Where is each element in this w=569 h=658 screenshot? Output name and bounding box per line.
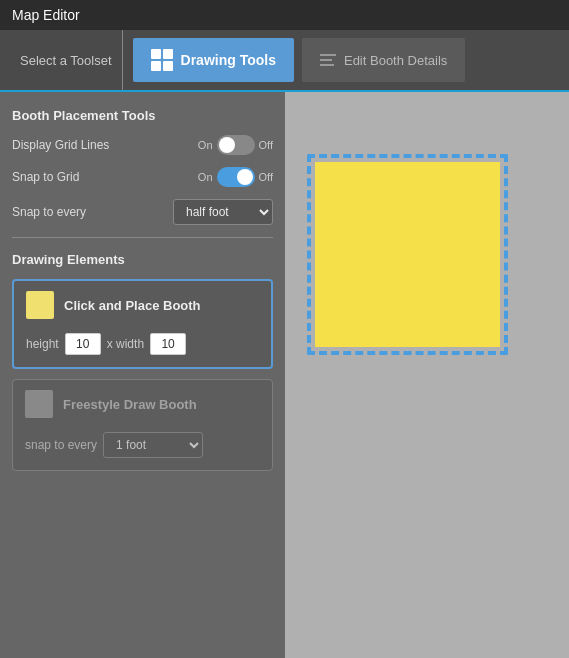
freestyle-draw-controls: snap to every 1 foot half foot quarter f… bbox=[13, 428, 272, 470]
grid-off-text: Off bbox=[259, 139, 273, 151]
click-and-place-preview bbox=[26, 291, 54, 319]
click-and-place-header: Click and Place Booth bbox=[14, 281, 271, 329]
app-title: Map Editor bbox=[12, 7, 80, 23]
snap-to-every-label: Snap to every bbox=[12, 205, 165, 219]
main-area: Booth Placement Tools Display Grid Lines… bbox=[0, 92, 569, 658]
drawing-elements-title: Drawing Elements bbox=[12, 252, 273, 267]
snap-off-text: Off bbox=[259, 171, 273, 183]
grid-icon bbox=[151, 49, 173, 71]
display-grid-lines-label: Display Grid Lines bbox=[12, 138, 190, 152]
sidebar: Booth Placement Tools Display Grid Lines… bbox=[0, 92, 285, 658]
click-and-place-controls: height x width bbox=[14, 329, 271, 367]
snap-to-every-select[interactable]: 1 foot half foot quarter foot bbox=[173, 199, 273, 225]
toggle-knob-snap bbox=[237, 169, 253, 185]
freestyle-draw-card[interactable]: Freestyle Draw Booth snap to every 1 foo… bbox=[12, 379, 273, 471]
display-grid-lines-row: Display Grid Lines On Off bbox=[12, 135, 273, 155]
title-bar: Map Editor bbox=[0, 0, 569, 30]
snap-to-grid-toggle[interactable] bbox=[217, 167, 255, 187]
edit-booth-button[interactable]: Edit Booth Details bbox=[302, 38, 465, 82]
section-divider bbox=[12, 237, 273, 238]
booth-inner bbox=[315, 162, 500, 347]
height-label: height bbox=[26, 337, 59, 351]
width-x-label: x width bbox=[107, 337, 144, 351]
toolbar: Select a Toolset Drawing Tools Edit Boot… bbox=[0, 30, 569, 92]
snap-to-grid-label: Snap to Grid bbox=[12, 170, 190, 184]
freestyle-draw-name: Freestyle Draw Booth bbox=[63, 397, 197, 412]
snap-to-every-row: Snap to every 1 foot half foot quarter f… bbox=[12, 199, 273, 225]
display-grid-toggle[interactable] bbox=[217, 135, 255, 155]
drawing-tools-label: Drawing Tools bbox=[181, 52, 276, 68]
click-and-place-card[interactable]: Click and Place Booth height x width bbox=[12, 279, 273, 369]
freestyle-draw-header: Freestyle Draw Booth bbox=[13, 380, 272, 428]
canvas-area[interactable] bbox=[285, 92, 569, 658]
snap-on-text: On bbox=[198, 171, 213, 183]
height-input[interactable] bbox=[65, 333, 101, 355]
snap-to-grid-toggle-group: On Off bbox=[198, 167, 273, 187]
display-grid-toggle-group: On Off bbox=[198, 135, 273, 155]
drawing-tools-button[interactable]: Drawing Tools bbox=[133, 38, 294, 82]
select-toolset-label: Select a Toolset bbox=[10, 30, 123, 90]
grid-on-text: On bbox=[198, 139, 213, 151]
booth-box bbox=[315, 162, 500, 347]
snap-label-freestyle: snap to every bbox=[25, 438, 97, 452]
toggle-knob bbox=[219, 137, 235, 153]
click-and-place-name: Click and Place Booth bbox=[64, 298, 201, 313]
booth-placement-title: Booth Placement Tools bbox=[12, 108, 273, 123]
edit-booth-label: Edit Booth Details bbox=[344, 53, 447, 68]
freestyle-snap-select[interactable]: 1 foot half foot quarter foot bbox=[103, 432, 203, 458]
width-input[interactable] bbox=[150, 333, 186, 355]
snap-to-grid-row: Snap to Grid On Off bbox=[12, 167, 273, 187]
freestyle-draw-preview bbox=[25, 390, 53, 418]
lines-icon bbox=[320, 54, 336, 66]
